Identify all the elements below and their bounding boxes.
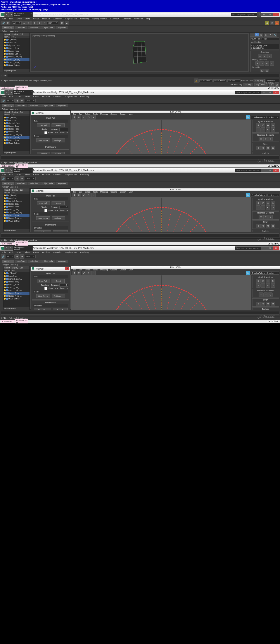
ribbon-tab[interactable]: Modeling (2, 104, 15, 107)
time-slider[interactable] (0, 154, 280, 160)
se-display[interactable]: Display (12, 267, 18, 269)
loop-icon[interactable]: ○ (270, 61, 274, 66)
uvw-menu-item[interactable]: Select (84, 113, 91, 115)
close-button[interactable]: ✕ (273, 13, 279, 16)
menu-item[interactable]: Edit (1, 96, 7, 98)
reshape-icon[interactable]: ▱ (263, 292, 268, 297)
minimize-button[interactable]: − (261, 168, 267, 172)
list-item[interactable]: Robot_Right_... (4, 136, 30, 139)
uv-button[interactable]: UV (246, 271, 250, 275)
motion-tab-icon[interactable]: ◉ (264, 33, 268, 37)
qt-icon[interactable]: ↔ (256, 283, 260, 288)
menu-animation[interactable]: Animation (52, 18, 63, 20)
help-icon[interactable]: ? (257, 12, 261, 17)
scale-icon[interactable]: ⤢ (82, 115, 86, 120)
uvw-canvas[interactable]: 125.00 (71, 197, 251, 232)
visibility-icon[interactable] (4, 42, 6, 44)
edge-subobj-icon[interactable]: ╱ (262, 54, 267, 58)
uvw-menu-item[interactable]: Mapping (99, 269, 109, 271)
selection-filter[interactable]: All▾ (12, 21, 21, 24)
col-frozen[interactable]: Fro... (11, 192, 17, 194)
list-item[interactable]: UVW_Extras (4, 220, 30, 222)
reshape-icon[interactable]: ▭ (259, 137, 263, 141)
list-item[interactable]: Robot_Head (4, 128, 30, 130)
menu-item[interactable]: Create (32, 96, 40, 98)
uvw-menu-item[interactable]: Mapping (99, 191, 109, 193)
reset-button[interactable]: Reset (52, 279, 65, 283)
uvw-menu-item[interactable]: Options (109, 113, 118, 115)
uv-button[interactable]: UV (246, 193, 250, 197)
list-item[interactable]: Robot_Head (4, 283, 30, 286)
ribbon-tab[interactable]: Freeform (15, 104, 27, 107)
uvw-menu-item[interactable]: View (128, 113, 134, 115)
qt-icon[interactable]: ⟲ (266, 206, 270, 210)
list-item[interactable]: Robot_Right_... (4, 139, 30, 142)
ribbon-tab[interactable]: Selection (28, 182, 40, 185)
move-icon[interactable]: ✥ (33, 21, 37, 25)
qt-icon[interactable]: ╬ (266, 279, 270, 283)
maximize-button[interactable]: □ (267, 246, 273, 250)
uvw-menu-item[interactable]: Options (109, 191, 118, 193)
visibility-icon[interactable] (4, 53, 6, 55)
ring-icon[interactable]: ⊙ (265, 61, 269, 66)
visibility-icon[interactable] (4, 125, 6, 127)
close-button[interactable]: ✕ (273, 246, 279, 250)
start-pelt-button[interactable]: Start Pelt (37, 124, 50, 127)
stitch-icon[interactable]: ⧉ (266, 146, 270, 150)
visibility-icon[interactable] (4, 47, 6, 49)
se-edit[interactable]: Edit (20, 111, 23, 113)
undo-icon[interactable]: ↶ (4, 12, 9, 17)
scene-list[interactable]: 0 (default)BackDropLights & Cam...Robot_… (4, 272, 30, 307)
ribbon-tab[interactable]: Object Paint (40, 104, 56, 107)
visibility-icon[interactable] (4, 62, 6, 63)
scene-list[interactable]: 0 (default)BackDropLights & Cam...Robot_… (4, 116, 30, 151)
visibility-icon[interactable] (4, 292, 6, 294)
qt-icon[interactable]: ⊕ (271, 279, 275, 283)
uvw-menu-item[interactable]: Display (119, 191, 127, 193)
stitch-icon[interactable]: ⧉ (271, 302, 275, 306)
stitch-icon[interactable]: ⧉ (266, 302, 270, 306)
qt-icon[interactable]: ╬ (266, 201, 270, 206)
stitch-icon[interactable]: ⧉ (271, 146, 275, 150)
checker-dropdown[interactable]: CheckerPattern (Checker)▾ (250, 116, 279, 119)
menu-grapheditors[interactable]: Graph Editors (64, 18, 79, 20)
menu-item[interactable]: Edit (1, 174, 7, 176)
uvw-canvas[interactable] (71, 275, 251, 310)
list-item[interactable]: Robot_Left_Leg (4, 133, 30, 136)
visibility-icon[interactable] (4, 139, 6, 141)
tool-icon[interactable]: 🔗 (1, 176, 6, 181)
tool-link-icon[interactable]: 🔗 (1, 21, 6, 25)
uvw-menu-item[interactable]: File (72, 269, 78, 271)
ribbon-selection[interactable]: Selection (28, 26, 40, 29)
uvw-menu-item[interactable]: Tools (92, 269, 99, 271)
reset-button[interactable]: Reset (52, 201, 65, 205)
menu-item[interactable]: Views (24, 251, 32, 254)
utilities-tab-icon[interactable]: 🔧 (273, 33, 277, 37)
visibility-icon[interactable] (4, 131, 6, 132)
menu-item[interactable]: Graph Editors (64, 251, 79, 254)
visibility-icon[interactable] (4, 64, 6, 66)
se-select[interactable]: Select (4, 267, 10, 269)
list-item[interactable]: UVW_Extras (4, 298, 30, 300)
ribbon-modeling[interactable]: Modeling (2, 26, 15, 29)
uv-button[interactable]: UV (246, 115, 250, 120)
uvw-menu-item[interactable]: Options (109, 269, 118, 271)
list-item[interactable]: Robot_Left_... (4, 130, 30, 133)
mirror-icon[interactable]: ⇄ (91, 115, 96, 120)
uvw-menu-item[interactable]: Tools (92, 191, 99, 193)
visibility-icon[interactable] (4, 275, 6, 277)
list-item[interactable]: Lights & Cam... (4, 200, 30, 202)
uvw-menu-item[interactable]: File (72, 191, 78, 193)
settings-button[interactable]: Settings ... (52, 216, 65, 220)
checker-dropdown[interactable]: CheckerPattern (Checker)▾ (250, 194, 279, 197)
col-name[interactable]: Name (4, 192, 11, 194)
workspace-selector[interactable]: Workspace: Default▾ (13, 168, 33, 173)
visibility-icon[interactable] (4, 286, 6, 288)
ribbon-tab[interactable]: Modeling (2, 182, 15, 185)
visibility-icon[interactable] (4, 117, 6, 118)
uvw-menu-item[interactable]: Edit (78, 113, 84, 115)
menu-item[interactable]: Graph Editors (64, 96, 79, 98)
redo-icon[interactable]: ↷ (9, 246, 13, 250)
render-setup-icon[interactable]: 🎬 (270, 21, 274, 25)
reshape-icon[interactable]: ▭ (259, 214, 263, 219)
